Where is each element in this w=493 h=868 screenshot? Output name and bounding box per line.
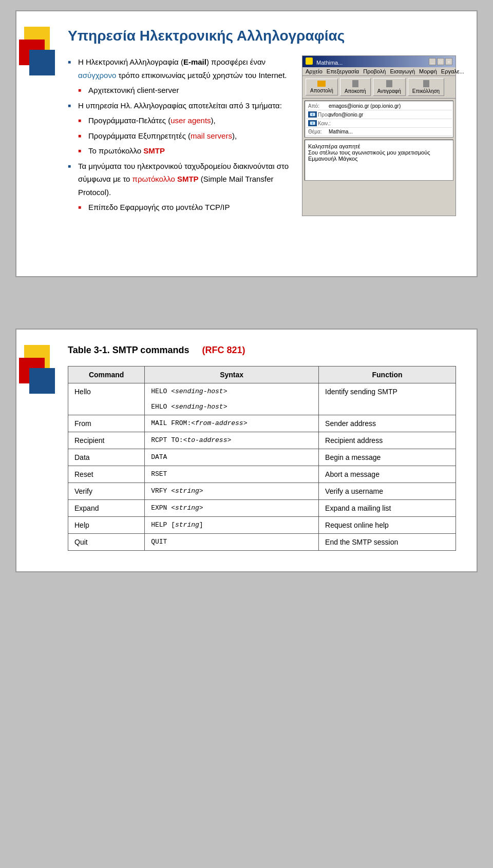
- syntax-verify: VRFY <string>: [145, 483, 319, 500]
- table-row: From MAIL FROM:<from-address> Sender add…: [68, 415, 456, 432]
- sub2c: Το πρωτόκολλο SMTP: [78, 144, 292, 158]
- func-help: Request online help: [319, 517, 456, 534]
- menu-ergalea[interactable]: Εργαλε...: [441, 68, 464, 74]
- syntax-vrfy-arg: <string>: [171, 487, 203, 495]
- slide2: Table 3-1. SMTP commands (RFC 821) Comma…: [15, 329, 478, 572]
- from-row: Από: emagos@ionio.gr (pop.ionio.gr): [306, 102, 452, 110]
- sub-list2: Προγράμματα-Πελάτες (user agents), Προγρ…: [78, 114, 292, 158]
- table-row: Verify VRFY <string> Verify a username: [68, 483, 456, 500]
- slide1-body: Η Ηλεκτρονική Αλληλογραφία (E-mail) προσ…: [68, 55, 456, 216]
- smtp-label: SMTP: [143, 146, 165, 155]
- syntax-helo-arg: <sending-host>: [171, 388, 227, 395]
- from-label: Από:: [308, 103, 329, 109]
- to-row: 📧 Προς: avfon@ionio.gr: [306, 110, 452, 119]
- to-icon: 📧: [308, 111, 317, 118]
- cut-button[interactable]: Αποκοπή: [340, 78, 371, 96]
- bullet2: Η υπηρεσία Ηλ. Αλληλογραφίας αποτελείται…: [68, 99, 292, 158]
- table-title: Table 3-1. SMTP commands (RFC 821): [68, 345, 456, 356]
- send-icon: [317, 81, 326, 87]
- paste-label: Επικόλληση: [412, 88, 440, 94]
- func-verify: Verify a username: [319, 483, 456, 500]
- menu-arxeio[interactable]: Αρχείο: [306, 68, 323, 74]
- cmd-expand: Expand: [68, 500, 145, 517]
- cc-icon: 📧: [308, 120, 317, 126]
- email-toolbar: Αποστολή Αποκοπή Αντιγραφή Επικόλληση: [302, 76, 456, 99]
- sub2b: Προγράμματα Εξυπηρετητές (mail servers),: [78, 129, 292, 143]
- email-title-text: Mathima...: [306, 57, 343, 66]
- paste-button[interactable]: Επικόλληση: [408, 78, 444, 96]
- email-app-icon: [306, 57, 313, 65]
- func-reset: Abort a message: [319, 466, 456, 483]
- table-row: Help HELP [string] Request online help: [68, 517, 456, 534]
- func-recipient: Recipient address: [319, 432, 456, 449]
- paste-icon: [423, 80, 429, 87]
- send-label: Αποστολή: [310, 88, 333, 93]
- copy-button[interactable]: Αντιγραφή: [373, 78, 406, 96]
- subject-label: Θέμα:: [308, 129, 329, 134]
- copy-icon: [386, 80, 392, 87]
- slide1: Υπηρεσία Ηλεκτρονικής Αλληλογραφίας Η Ηλ…: [15, 10, 478, 277]
- maximize-button[interactable]: □: [437, 58, 444, 65]
- cc-label: 📧 Κοιν.:: [308, 120, 329, 126]
- slide1-title: Υπηρεσία Ηλεκτρονικής Αλληλογραφίας: [68, 27, 456, 45]
- table-header-row: Command Syntax Function: [68, 367, 456, 383]
- main-list: Η Ηλεκτρονική Αλληλογραφία (E-mail) προσ…: [68, 55, 292, 214]
- syntax-hello: HELO <sending-host> EHLO <sending-host>: [145, 383, 319, 415]
- copy-label: Αντιγραφή: [377, 88, 401, 94]
- smtp-bold: SMTP: [177, 175, 199, 183]
- cmd-help: Help: [68, 517, 145, 534]
- rfc-text: (RFC 821): [202, 345, 245, 355]
- email-bold: E-mail: [183, 57, 206, 66]
- email-window: Mathima... _ □ × Αρχείο Επεξεργασία Προβ…: [302, 55, 456, 216]
- slide1-decoration: [16, 11, 52, 276]
- syntax-quit: QUIT: [145, 534, 319, 551]
- table-row: Reset RSET Abort a message: [68, 466, 456, 483]
- email-line2: Σου στέλνω τους αγωνιστικούς μου χαιρετι…: [308, 149, 450, 156]
- email-greeting: Καλησπέρα αγαπητέ: [308, 143, 450, 149]
- email-body: Καλησπέρα αγαπητέ Σου στέλνω τους αγωνισ…: [305, 140, 453, 181]
- cmd-from: From: [68, 415, 145, 432]
- async-word: ασύγχρονο: [78, 71, 116, 80]
- deco2-blue: [29, 368, 55, 394]
- bullet3: Τα μηνύματα του ηλεκτρονικού ταχυδρομείο…: [68, 160, 292, 214]
- syntax-ehlo-arg: <sending-host>: [171, 403, 227, 411]
- sub-list1: Αρχιτεκτονική client-server: [78, 84, 292, 97]
- mail-servers: mail servers: [191, 131, 232, 140]
- email-titlebar: Mathima... _ □ ×: [302, 56, 456, 67]
- cmd-verify: Verify: [68, 483, 145, 500]
- smtp-commands-table: Command Syntax Function Hello HELO <send…: [68, 366, 456, 551]
- sub2a: Προγράμματα-Πελάτες (user agents),: [78, 114, 292, 127]
- menu-provoli[interactable]: Προβολή: [363, 68, 386, 74]
- gap-between-slides: [0, 287, 493, 329]
- menu-eisagogi[interactable]: Εισαγωγή: [390, 68, 415, 74]
- syntax-help: HELP [string]: [145, 517, 319, 534]
- email-window-title: Mathima...: [316, 60, 343, 66]
- protocol-text: πρωτόκολλο: [132, 175, 175, 183]
- menu-epex[interactable]: Επεξεργασία: [327, 68, 359, 74]
- to-label: 📧 Προς:: [308, 111, 329, 118]
- menu-morfi[interactable]: Μορφή: [419, 68, 437, 74]
- close-button[interactable]: ×: [445, 58, 452, 65]
- table-title-text: Table 3-1. SMTP commands: [68, 345, 189, 355]
- email-signature: Εμμανουήλ Μάγκος: [308, 156, 450, 162]
- email-fields: Από: emagos@ionio.gr (pop.ionio.gr) 📧 Πρ…: [305, 101, 453, 138]
- subject-row: Θέμα: Mathima...: [306, 128, 452, 136]
- send-button[interactable]: Αποστολή: [306, 79, 338, 95]
- col-syntax-header: Syntax: [145, 367, 319, 383]
- table-row: Quit QUIT End the SMTP session: [68, 534, 456, 551]
- func-data: Begin a message: [319, 449, 456, 466]
- cmd-reset: Reset: [68, 466, 145, 483]
- from-value: emagos@ionio.gr (pop.ionio.gr): [329, 103, 450, 109]
- cmd-quit: Quit: [68, 534, 145, 551]
- syntax-from-arg: <from-address>: [191, 419, 247, 427]
- cmd-hello: Hello: [68, 383, 145, 415]
- deco-blue: [29, 50, 55, 75]
- func-quit: End the SMTP session: [319, 534, 456, 551]
- func-from: Sender address: [319, 415, 456, 432]
- titlebar-controls: _ □ ×: [429, 58, 452, 65]
- cmd-data: Data: [68, 449, 145, 466]
- slide2-decoration: [16, 330, 52, 432]
- cmd-recipient: Recipient: [68, 432, 145, 449]
- sub1: Αρχιτεκτονική client-server: [78, 84, 292, 97]
- minimize-button[interactable]: _: [429, 58, 436, 65]
